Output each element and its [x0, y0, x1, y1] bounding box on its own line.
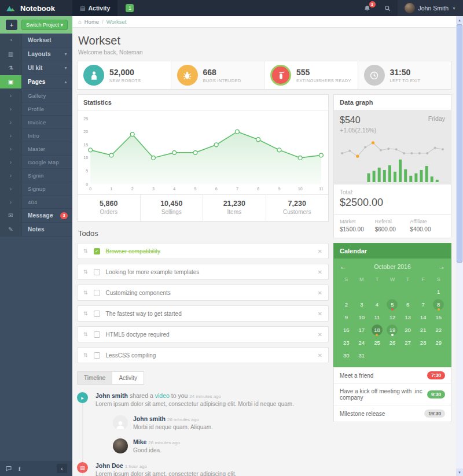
stat-card-bugs-intruded[interactable]: 668BUGS INTRUDED [171, 61, 265, 89]
sidebar-item-invoice[interactable]: ›Invoice [0, 116, 72, 129]
page-scrollbar[interactable]: ▲ ▼ [456, 16, 463, 476]
todo-checkbox[interactable] [94, 352, 100, 359]
activity-button[interactable]: ▤ Activity [72, 0, 117, 16]
drag-handle-icon[interactable]: ⇅ [83, 290, 88, 296]
close-icon[interactable]: ✕ [318, 248, 322, 254]
sidebar-item-intro[interactable]: ›Intro [0, 129, 72, 142]
drag-handle-icon[interactable]: ⇅ [83, 311, 88, 316]
breakdown-label: Market [340, 219, 375, 224]
calendar-day-23[interactable]: 23 [339, 337, 354, 349]
close-icon[interactable]: ✕ [318, 269, 322, 275]
calendar-next-icon[interactable]: → [438, 263, 445, 271]
timeline-entry-time: 24 minutes ago [189, 394, 221, 399]
calendar-day-17[interactable]: 17 [354, 324, 370, 336]
calendar-day-4[interactable]: 4 [369, 298, 385, 311]
calendar-day-1[interactable]: 1 [431, 286, 446, 298]
calendar-prev-icon[interactable]: ← [340, 263, 347, 271]
drag-handle-icon[interactable]: ⇅ [83, 352, 88, 358]
sidebar-item-404[interactable]: ›404 [0, 195, 72, 209]
comment-icon[interactable] [5, 465, 12, 472]
sidebar-item-message[interactable]: ✉Message3 [0, 209, 72, 223]
brand[interactable]: Notebook [0, 0, 72, 16]
calendar-day-12[interactable]: 12 [385, 311, 400, 323]
todo-checkbox[interactable] [94, 331, 100, 338]
todo-checkbox[interactable] [94, 290, 100, 296]
add-project-button[interactable]: + [6, 20, 17, 30]
calendar-day-15[interactable]: 15 [431, 311, 446, 323]
calendar-day-22[interactable]: 22 [431, 324, 446, 336]
drag-handle-icon[interactable]: ⇅ [83, 269, 88, 275]
sidebar-item-pages[interactable]: ▣Pages▲ [0, 75, 72, 89]
user-menu[interactable]: John Smith ▼ [398, 0, 463, 16]
calendar-day-29[interactable]: 29 [431, 337, 446, 349]
calendar-day-16[interactable]: 16 [339, 324, 354, 336]
timeline-entry-link[interactable]: video [155, 392, 170, 399]
event-have-a-kick-off-meeting-with-inc-company[interactable]: Have a kick off meeting with .inc compan… [334, 384, 451, 405]
calendar-day-21[interactable]: 21 [416, 324, 431, 336]
scrollbar-thumb[interactable] [457, 24, 462, 263]
calendar-day-3[interactable]: 3 [354, 298, 370, 311]
summary-customers: 7,230Customers [266, 195, 329, 221]
tab-activity[interactable]: Activity [112, 371, 144, 385]
sidebar-item-notes[interactable]: ✎Notes [0, 223, 72, 237]
brand-name: Notebook [20, 4, 55, 13]
sidebar-footer: f ‹ [0, 461, 72, 476]
todo-checkbox[interactable] [94, 311, 100, 317]
sidebar-item-google-map[interactable]: ›Google Map [0, 156, 72, 169]
search-button[interactable] [377, 0, 398, 16]
calendar-day-18[interactable]: 18 [369, 324, 385, 336]
calendar-day-10[interactable]: 10 [354, 311, 370, 323]
close-icon[interactable]: ✕ [318, 352, 322, 359]
calendar-day-9[interactable]: 9 [339, 311, 354, 323]
sidebar-item-master[interactable]: ›Master [0, 142, 72, 156]
close-icon[interactable]: ✕ [318, 331, 322, 338]
event-meet-a-friend[interactable]: Meet a friend7:30 [334, 367, 451, 384]
close-icon[interactable]: ✕ [318, 311, 322, 317]
stat-card-left-to-exit[interactable]: 31:50LEFT TO EXIT [358, 61, 451, 89]
activity-count-badge[interactable]: 1 [126, 4, 134, 12]
sidebar-item-workset[interactable]: ◔Workset [0, 34, 72, 47]
sidebar-item-layouts[interactable]: ▥Layouts▼ [0, 47, 72, 61]
sidebar-item-profile[interactable]: ›Profile [0, 102, 72, 116]
facebook-icon[interactable]: f [19, 465, 21, 472]
calendar-day-26[interactable]: 26 [385, 337, 400, 349]
calendar-day-14[interactable]: 14 [416, 311, 431, 323]
calendar-day-13[interactable]: 13 [400, 311, 416, 323]
calendar-day-7[interactable]: 7 [416, 298, 431, 311]
calendar-day-8[interactable]: 8 [431, 298, 446, 311]
sidebar-item-signup[interactable]: ›Signup [0, 182, 72, 195]
calendar-day-25[interactable]: 25 [369, 337, 385, 349]
stat-card-new-robots[interactable]: 52,000NEW ROBOTS [78, 61, 171, 89]
sidebar-item-gallery[interactable]: ›Gallery [0, 89, 72, 102]
calendar-day-6[interactable]: 6 [400, 298, 416, 311]
sidebar-item-ui-kit[interactable]: ⚗UI kit▼ [0, 61, 72, 75]
notifications-button[interactable]: 3 [357, 0, 377, 16]
calendar-day-19[interactable]: 19 [385, 324, 400, 336]
calendar-day-5[interactable]: 5 [385, 298, 400, 311]
calendar-day-2[interactable]: 2 [339, 298, 354, 311]
todo-checkbox[interactable] [94, 269, 100, 275]
calendar-day-31[interactable]: 31 [354, 349, 370, 361]
close-icon[interactable]: ✕ [318, 290, 322, 296]
home-icon: ⌂ [78, 19, 82, 25]
calendar-day-24[interactable]: 24 [354, 337, 370, 349]
scrollbar-up-icon[interactable]: ▲ [456, 16, 463, 24]
breadcrumb-home[interactable]: Home [84, 19, 99, 25]
stat-card-extinguishers-ready[interactable]: 555EXTINGUISHERS READY [264, 61, 358, 89]
tab-timeline[interactable]: Timeline [77, 371, 112, 385]
calendar-day-28[interactable]: 28 [416, 337, 431, 349]
switch-project-button[interactable]: Switch Project ▾ [21, 20, 68, 30]
todo-checkbox[interactable]: ✓ [94, 248, 100, 254]
sidebar-collapse-button[interactable]: ‹ [57, 464, 67, 473]
calendar-day-11[interactable]: 11 [369, 311, 385, 323]
drag-handle-icon[interactable]: ⇅ [83, 331, 88, 337]
page-title: Workset [78, 34, 450, 47]
drag-handle-icon[interactable]: ⇅ [83, 248, 88, 254]
sidebar-item-signin[interactable]: ›Signin [0, 169, 72, 182]
calendar-day-20[interactable]: 20 [400, 324, 416, 336]
scrollbar-down-icon[interactable]: ▼ [456, 468, 463, 476]
calendar-weekday: W [385, 273, 400, 285]
calendar-day-27[interactable]: 27 [400, 337, 416, 349]
event-milestone-release[interactable]: Milestone release19:30 [334, 405, 451, 422]
calendar-day-30[interactable]: 30 [339, 349, 354, 361]
